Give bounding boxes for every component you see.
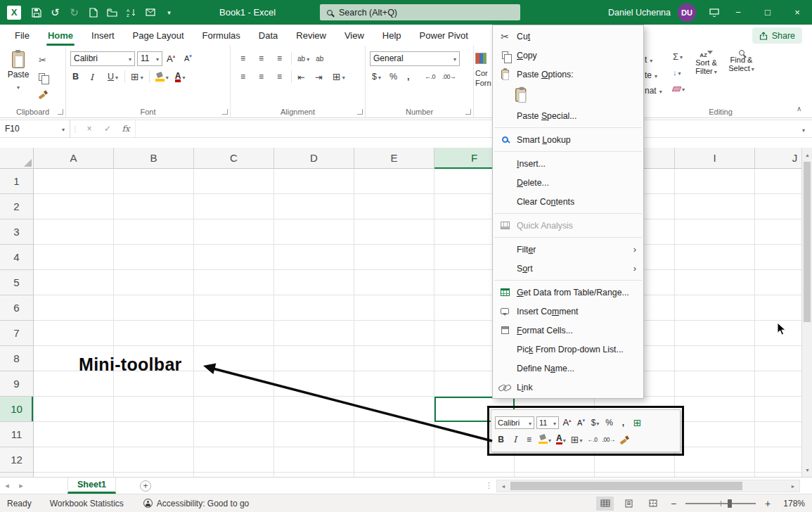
cut-button[interactable] — [37, 53, 52, 67]
align-left-button[interactable]: ≡ — [235, 70, 251, 84]
insert-cells-button-partial[interactable]: t — [645, 54, 662, 65]
save-button[interactable] — [27, 0, 46, 25]
font-dialog-launcher[interactable] — [222, 109, 228, 115]
comma-style-button[interactable]: , — [405, 70, 420, 84]
ribbon-tab-review[interactable]: Review — [287, 25, 335, 46]
menu-item-copy[interactable]: Copy — [493, 46, 643, 65]
mini-fill-color-button[interactable] — [537, 433, 553, 447]
maximize-button[interactable]: □ — [753, 0, 782, 25]
orientation-button[interactable]: ab — [295, 51, 311, 65]
mini-borders-button[interactable]: ⊞ — [569, 433, 584, 447]
mini-shrink-font-button[interactable] — [575, 416, 587, 430]
fill-button[interactable]: ↓ — [671, 65, 687, 79]
bold-button[interactable]: B — [70, 70, 86, 84]
column-header-D[interactable]: D — [274, 148, 354, 169]
new-file-button[interactable] — [84, 0, 103, 25]
mini-grow-font-button[interactable] — [561, 416, 573, 430]
ribbon-tab-formulas[interactable]: Formulas — [193, 25, 250, 46]
row-header-9[interactable]: 9 — [0, 371, 33, 397]
grow-font-button[interactable] — [165, 51, 180, 65]
accessibility-status[interactable]: Accessibility: Good to go — [143, 499, 249, 508]
conditional-formatting-icon[interactable] — [475, 53, 486, 64]
row-header-1[interactable]: 1 — [0, 169, 33, 194]
mini-font-size-select[interactable]: 11 — [536, 416, 559, 429]
user-name[interactable]: Daniel Uchenna — [608, 8, 671, 18]
normal-view-button[interactable] — [596, 497, 614, 511]
vertical-scroll-thumb[interactable] — [804, 162, 811, 322]
number-format-select[interactable]: General — [370, 51, 460, 66]
column-header-I[interactable]: I — [675, 148, 755, 169]
shrink-font-button[interactable] — [182, 51, 198, 65]
excel-app-icon[interactable]: X — [7, 6, 21, 20]
ribbon-tab-page-layout[interactable]: Page Layout — [124, 25, 193, 46]
borders-button[interactable]: ⊞ — [129, 70, 146, 84]
menu-item-filter[interactable]: Filter› — [493, 240, 643, 259]
menu-item-insert[interactable]: Insert... — [493, 154, 643, 173]
mail-button[interactable] — [141, 0, 160, 25]
zoom-out-button[interactable]: − — [668, 498, 679, 509]
customize-quick-access-button[interactable]: ▾ — [160, 0, 179, 25]
increase-decimal-button[interactable]: ←.0 — [423, 70, 438, 84]
increase-indent-button[interactable]: ⇥ — [313, 70, 328, 84]
menu-item-get-data-from-table-range[interactable]: Get Data from Table/Range... — [493, 283, 643, 302]
mini-font-family-select[interactable]: Calibri — [495, 416, 534, 429]
row-header-11[interactable]: 11 — [0, 422, 33, 447]
ribbon-tab-home[interactable]: Home — [39, 25, 82, 46]
ribbon-tab-power-pivot[interactable]: Power Pivot — [411, 25, 477, 46]
wrap-text-button[interactable]: ab — [314, 51, 329, 65]
insert-function-button[interactable]: fx — [117, 120, 135, 137]
menu-item-delete[interactable]: Delete... — [493, 173, 643, 192]
scroll-down-icon[interactable]: ▼ — [802, 464, 812, 475]
ribbon-tab-data[interactable]: Data — [250, 25, 287, 46]
row-header-8[interactable]: 8 — [0, 346, 33, 371]
tabbar-splitter[interactable]: ⋮ — [485, 481, 493, 490]
mini-accounting-button[interactable]: $ — [589, 416, 601, 430]
scroll-right-icon[interactable]: ► — [787, 484, 799, 489]
sort-ascending-button[interactable]: AZ — [122, 0, 141, 25]
menu-item-paste-options[interactable]: Paste Options: — [493, 65, 643, 84]
mini-increase-decimal-button[interactable]: ←.0 — [586, 433, 598, 447]
column-header-B[interactable]: B — [114, 148, 194, 169]
menu-item-link[interactable]: Link — [493, 378, 643, 397]
column-header-C[interactable]: C — [194, 148, 274, 169]
vertical-scrollbar[interactable]: ▲ ▼ — [801, 148, 812, 477]
number-dialog-launcher[interactable] — [465, 109, 471, 115]
select-all-corner[interactable] — [0, 148, 34, 169]
zoom-level[interactable]: 178% — [780, 499, 805, 508]
menu-item-format-cells[interactable]: Format Cells... — [493, 321, 643, 340]
close-button[interactable]: × — [782, 0, 812, 25]
sort-filter-button[interactable]: AZ Sort & Filter — [690, 49, 722, 106]
minimize-button[interactable]: − — [723, 0, 753, 25]
menu-item-sort[interactable]: Sort› — [493, 259, 643, 278]
align-center-button[interactable]: ≡ — [253, 70, 269, 84]
menu-item-clear-contents[interactable]: Clear Contents — [493, 192, 643, 211]
name-box[interactable]: F10 — [0, 120, 70, 137]
row-header-10[interactable]: 10 — [0, 397, 33, 422]
paste-option-button[interactable] — [493, 84, 643, 106]
ribbon-tab-help[interactable]: Help — [373, 25, 411, 46]
redo-button[interactable]: ↻ — [65, 0, 84, 25]
paste-button[interactable]: Paste — [4, 49, 32, 106]
accounting-format-button[interactable]: $ — [370, 70, 385, 84]
mini-format-table-button[interactable]: ⊞ — [631, 416, 643, 430]
font-family-select[interactable]: Calibri — [70, 51, 135, 66]
mini-align-button[interactable]: ≡ — [523, 433, 535, 447]
find-select-button[interactable]: Find & Select — [726, 49, 757, 106]
sheet-nav-next-button[interactable]: ▸ — [14, 481, 28, 490]
clipboard-dialog-launcher[interactable] — [58, 109, 63, 115]
menu-item-pick-from-drop-down-list[interactable]: Pick From Drop-down List... — [493, 340, 643, 359]
zoom-in-button[interactable]: + — [762, 498, 773, 509]
align-middle-button[interactable]: ≡ — [253, 51, 269, 65]
ribbon-tab-file[interactable]: File — [6, 25, 39, 46]
italic-button[interactable]: I — [88, 70, 103, 84]
collapse-ribbon-button[interactable]: ∧ — [797, 105, 801, 113]
copy-button[interactable] — [37, 70, 52, 84]
row-header-12[interactable]: 12 — [0, 447, 33, 473]
formula-input[interactable] — [135, 120, 795, 137]
sheet-nav-prev-button[interactable]: ◂ — [0, 481, 14, 490]
horizontal-scrollbar[interactable]: ◄ ► — [496, 480, 800, 492]
font-size-select[interactable]: 11 — [137, 51, 162, 66]
sheet-tab-sheet1[interactable]: Sheet1 — [67, 478, 116, 494]
zoom-slider-thumb[interactable] — [728, 499, 732, 508]
mini-comma-button[interactable]: , — [617, 416, 629, 430]
